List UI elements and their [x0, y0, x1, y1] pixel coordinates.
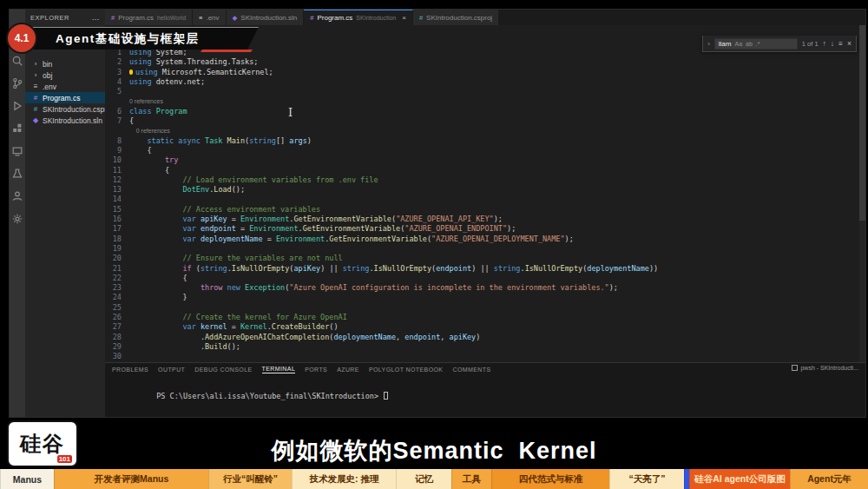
code-line: 16 var apiKey = Environment.GetEnvironme… [105, 215, 865, 224]
editor-tab[interactable]: ◆SKIntroduction.sln [227, 10, 305, 25]
panel-tab[interactable]: AZURE [337, 367, 359, 373]
line-number: 28 [105, 333, 129, 342]
tree-item[interactable]: #Program.cs [25, 92, 105, 103]
find-previous-button[interactable]: ↑ [823, 39, 826, 48]
panel-tab[interactable]: DEBUG CONSOLE [194, 367, 252, 373]
line-number: 6 [105, 107, 129, 116]
scrollbar-thumb[interactable] [859, 25, 865, 221]
line-number: 7 [105, 116, 129, 126]
editor-scrollbar[interactable] [859, 25, 865, 362]
chapter-segment-label: “天亮了” [629, 473, 666, 486]
tree-item[interactable]: ≡.env [25, 81, 105, 92]
terminal-prompt: PS C:\Users\ali.issa\Youtube_final\SKInt… [156, 392, 383, 400]
line-number: 5 [105, 87, 129, 96]
code-lines: 1using System;2using System.Threading.Ta… [105, 25, 865, 362]
vscode-window: EXPLORER … ›bin›obj≡.env#Program.cs#SKIn… [9, 9, 866, 418]
code-line: 12 // Load environment variables from .e… [105, 175, 865, 185]
code-line: 27 var kernel = Kernel.CreateBuilder() [105, 322, 865, 332]
subtitle-caption: 例如微软的Semantic Kernel [0, 435, 868, 466]
sln-icon: ◆ [32, 116, 39, 124]
find-next-button[interactable]: ↓ [831, 39, 834, 48]
line-number: 22 [105, 274, 129, 283]
shell-session-label[interactable]: pwsh - SKIntroducti... [792, 365, 858, 371]
explorer-title: EXPLORER [30, 14, 69, 22]
activity-bar [10, 10, 25, 417]
panel-tab[interactable]: OUTPUT [158, 367, 185, 373]
line-number: 20 [105, 254, 129, 263]
chapter-segment: Agent元年 [790, 469, 868, 489]
line-number: 8 [105, 136, 129, 146]
codelens-label: 0 references [129, 126, 170, 135]
code-line: 2using System.Threading.Tasks; [105, 57, 865, 67]
find-replace-chevron[interactable]: › [707, 40, 710, 48]
tree-item[interactable]: ›bin [25, 58, 105, 69]
line-number: 18 [105, 235, 129, 244]
line-number: 9 [105, 146, 129, 155]
line-number: 14 [105, 195, 129, 204]
line-number: 15 [105, 205, 129, 215]
gear-icon: ≡ [32, 83, 39, 90]
shell-session-text: pwsh - SKIntroducti... [800, 365, 858, 371]
find-in-selection-button[interactable]: ≡ [838, 39, 843, 48]
close-icon[interactable]: × [402, 14, 406, 22]
panel-tab[interactable]: COMMENTS [452, 367, 490, 373]
tab-bar: #Program.cshelloWorld≡.env◆SKIntroductio… [105, 10, 865, 25]
line-number: 2 [105, 57, 129, 67]
chapter-segment-label: Manus [13, 474, 42, 485]
terminal-icon [792, 365, 798, 371]
account-icon[interactable] [11, 190, 23, 202]
find-widget: › llam Aa ab .* 1 of 1 ↑ ↓ ≡ × [702, 36, 857, 52]
editor-tab[interactable]: #Program.cshelloWorld [105, 10, 193, 25]
code-editor[interactable]: 1using System;2using System.Threading.Ta… [105, 25, 865, 362]
explorer-more-button[interactable]: … [92, 13, 101, 22]
folder-icon: › [32, 60, 39, 68]
match-case-toggle[interactable]: Aa [734, 41, 742, 47]
tab-title: Program.cs [118, 14, 154, 22]
code-line: 21 if (string.IsNullOrEmpty(apiKey) || s… [105, 264, 865, 274]
settings-gear-icon[interactable] [11, 213, 23, 225]
code-line: 29 .Build(); [105, 342, 865, 352]
editor-tab[interactable]: #Program.csSKIntroduction× [304, 10, 413, 25]
chapter-segment: 工具 [451, 469, 491, 489]
find-match-count: 1 of 1 [802, 40, 819, 48]
tree-item[interactable]: ◆SKIntroduction.sln [25, 115, 105, 126]
video-frame: EXPLORER … ›bin›obj≡.env#Program.cs#SKIn… [0, 0, 868, 489]
regex-toggle[interactable]: .* [756, 41, 760, 47]
csharp-icon: # [111, 14, 115, 22]
find-query-text: llam [719, 40, 732, 48]
tree-item[interactable]: #SKIntroduction.csproj [25, 103, 105, 115]
chapter-segment-label: 行业“叫醒铃” [223, 473, 278, 486]
line-number: 24 [105, 293, 129, 302]
source-control-icon[interactable] [11, 77, 23, 89]
test-explorer-icon[interactable] [11, 168, 23, 180]
find-close-button[interactable]: × [847, 39, 852, 48]
lightbulb-icon [129, 69, 133, 75]
editor-tab[interactable]: #SKIntroduction.csproj [413, 10, 499, 25]
tree-item[interactable]: ›obj [25, 69, 105, 81]
tab-title: SKIntroduction.sln [240, 14, 297, 22]
run-debug-icon[interactable] [11, 100, 23, 112]
panel-tab[interactable]: TERMINAL [262, 366, 296, 373]
editor-tab[interactable]: ≡.env [193, 10, 227, 25]
line-number: 12 [105, 175, 129, 185]
search-icon[interactable] [11, 55, 23, 67]
extensions-icon[interactable] [11, 122, 23, 135]
channel-logo: 硅谷 101 [7, 420, 78, 467]
remote-explorer-icon[interactable] [11, 145, 23, 157]
code-line: 23 throw new Exception("Azure OpenAI con… [105, 283, 865, 293]
panel-tab[interactable]: POLYGLOT NOTEBOOK [369, 367, 444, 373]
codelens-label: 0 references [129, 96, 163, 106]
tab-detail: helloWorld [157, 15, 186, 21]
codelens-row: 0 references [105, 96, 865, 106]
code-line: 30 [105, 352, 865, 361]
line-number: 17 [105, 224, 129, 234]
chapter-ribbon: Agent基础设施与框架层 [23, 27, 259, 50]
terminal[interactable]: PS C:\Users\ali.issa\Youtube_final\SKInt… [105, 383, 865, 409]
find-input[interactable]: llam Aa ab .* [714, 38, 798, 50]
panel-tab[interactable]: PROBLEMS [112, 367, 148, 373]
code-line: 22 { [105, 274, 865, 283]
code-line: 25 [105, 303, 865, 313]
whole-word-toggle[interactable]: ab [746, 41, 753, 47]
panel-tab[interactable]: PORTS [305, 367, 327, 373]
tree-item-label: .env [43, 83, 56, 91]
